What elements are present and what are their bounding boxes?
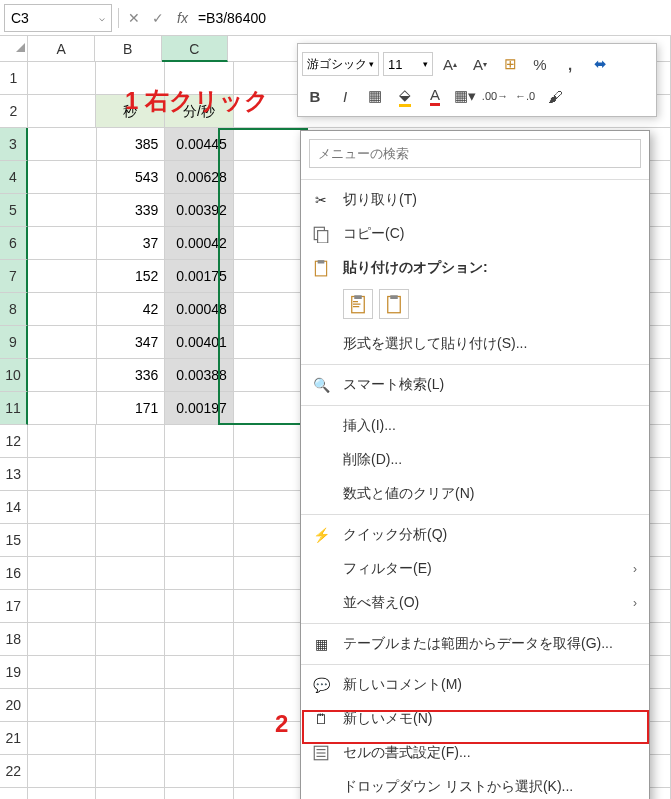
cell[interactable]: 0.00042: [165, 227, 234, 260]
cell[interactable]: [28, 491, 97, 524]
row-header[interactable]: 13: [0, 458, 28, 491]
cell[interactable]: [28, 722, 97, 755]
cell[interactable]: 171: [97, 392, 166, 425]
paste-option-default[interactable]: [343, 289, 373, 319]
cell[interactable]: 0.00401: [165, 326, 234, 359]
formula-bar[interactable]: [192, 10, 667, 26]
cell[interactable]: 385: [97, 128, 166, 161]
cell[interactable]: 152: [97, 260, 166, 293]
row-header[interactable]: 19: [0, 656, 28, 689]
select-all-corner[interactable]: [0, 36, 28, 62]
cell[interactable]: [165, 623, 234, 656]
cell[interactable]: [28, 62, 97, 95]
cell[interactable]: [96, 788, 165, 799]
cell[interactable]: [165, 689, 234, 722]
menu-clear[interactable]: 数式と値のクリア(N): [301, 477, 649, 511]
cell[interactable]: [28, 689, 97, 722]
cell[interactable]: [28, 425, 97, 458]
cell[interactable]: 0.00197: [165, 392, 234, 425]
cell[interactable]: 339: [97, 194, 166, 227]
cell[interactable]: [28, 359, 97, 392]
menu-sort[interactable]: 並べ替え(O) ›: [301, 586, 649, 620]
row-header[interactable]: 4: [0, 161, 28, 194]
menu-filter[interactable]: フィルター(E) ›: [301, 552, 649, 586]
cell[interactable]: [96, 623, 165, 656]
cell[interactable]: [96, 656, 165, 689]
cell[interactable]: [28, 95, 97, 128]
row-header[interactable]: 7: [0, 260, 28, 293]
cell[interactable]: [165, 656, 234, 689]
cell[interactable]: 0.00445: [165, 128, 234, 161]
menu-get-data[interactable]: ▦ テーブルまたは範囲からデータを取得(G)...: [301, 627, 649, 661]
cell[interactable]: [165, 524, 234, 557]
menu-new-comment[interactable]: 💬 新しいコメント(M): [301, 668, 649, 702]
font-size-selector[interactable]: 11▾: [383, 52, 433, 76]
menu-cut[interactable]: ✂ 切り取り(T): [301, 183, 649, 217]
col-header-b[interactable]: B: [95, 36, 162, 62]
cell[interactable]: [165, 458, 234, 491]
italic-icon[interactable]: I: [332, 83, 358, 109]
row-header[interactable]: 15: [0, 524, 28, 557]
row-header[interactable]: 14: [0, 491, 28, 524]
cell[interactable]: [165, 425, 234, 458]
paste-option-values[interactable]: [379, 289, 409, 319]
menu-smart-lookup[interactable]: 🔍 スマート検索(L): [301, 368, 649, 402]
cell[interactable]: [165, 491, 234, 524]
cell[interactable]: 37: [97, 227, 166, 260]
col-header-a[interactable]: A: [28, 36, 95, 62]
cell[interactable]: [96, 689, 165, 722]
cell[interactable]: [96, 557, 165, 590]
cell[interactable]: [28, 623, 97, 656]
row-header[interactable]: 23: [0, 788, 28, 799]
cell[interactable]: [28, 227, 97, 260]
cell[interactable]: [28, 755, 97, 788]
cell[interactable]: [28, 194, 97, 227]
row-header[interactable]: 6: [0, 227, 28, 260]
cell[interactable]: [96, 524, 165, 557]
cell[interactable]: [28, 161, 97, 194]
cell[interactable]: 0.00388: [165, 359, 234, 392]
cell[interactable]: 0.00628: [165, 161, 234, 194]
menu-paste-special[interactable]: 形式を選択して貼り付け(S)...: [301, 327, 649, 361]
cell[interactable]: 0.00175: [165, 260, 234, 293]
cell[interactable]: 0.00048: [165, 293, 234, 326]
col-header-c[interactable]: C: [162, 36, 229, 62]
cell[interactable]: [28, 293, 97, 326]
cell[interactable]: [165, 788, 234, 799]
font-selector[interactable]: 游ゴシック▾: [302, 52, 379, 76]
row-header[interactable]: 21: [0, 722, 28, 755]
cell[interactable]: [165, 557, 234, 590]
font-color-icon[interactable]: A: [422, 83, 448, 109]
menu-search-input[interactable]: [309, 139, 641, 168]
cell[interactable]: [165, 755, 234, 788]
accounting-format-icon[interactable]: ⊞: [497, 51, 523, 77]
borders-icon[interactable]: ▦: [362, 83, 388, 109]
cell[interactable]: [96, 755, 165, 788]
row-header[interactable]: 10: [0, 359, 28, 392]
cell[interactable]: [28, 524, 97, 557]
cell[interactable]: 336: [97, 359, 166, 392]
comma-icon[interactable]: ,: [557, 51, 583, 77]
row-header[interactable]: 12: [0, 425, 28, 458]
cell[interactable]: [96, 491, 165, 524]
cell[interactable]: [165, 722, 234, 755]
cell[interactable]: [28, 128, 97, 161]
menu-quick-analysis[interactable]: ⚡ クイック分析(Q): [301, 518, 649, 552]
row-header[interactable]: 2: [0, 95, 28, 128]
row-header[interactable]: 5: [0, 194, 28, 227]
decrease-font-icon[interactable]: A▾: [467, 51, 493, 77]
menu-delete[interactable]: 削除(D)...: [301, 443, 649, 477]
percent-icon[interactable]: %: [527, 51, 553, 77]
cell[interactable]: [96, 722, 165, 755]
row-header[interactable]: 20: [0, 689, 28, 722]
row-header[interactable]: 3: [0, 128, 28, 161]
cell[interactable]: [28, 392, 97, 425]
cell[interactable]: [28, 590, 97, 623]
row-header[interactable]: 1: [0, 62, 28, 95]
row-header[interactable]: 16: [0, 557, 28, 590]
increase-decimal-icon[interactable]: .00→: [482, 83, 508, 109]
cell[interactable]: [96, 590, 165, 623]
decrease-decimal-icon[interactable]: ←.0: [512, 83, 538, 109]
cell[interactable]: [28, 656, 97, 689]
fill-color-icon[interactable]: ⬙: [392, 83, 418, 109]
